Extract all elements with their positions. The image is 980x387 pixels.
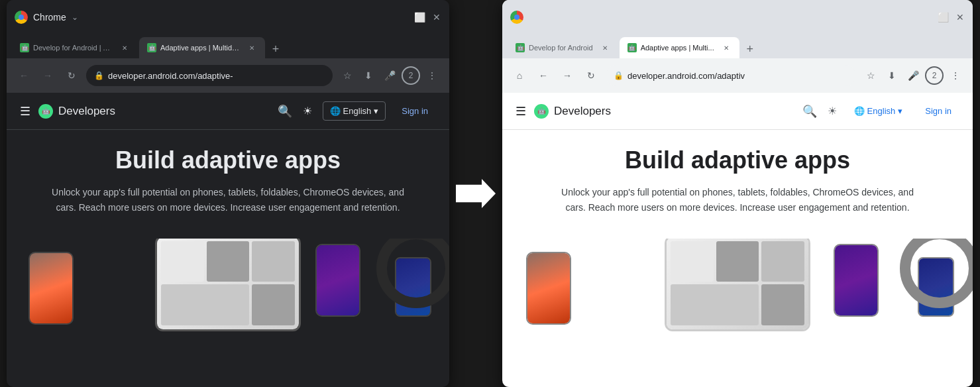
left-title-bar: Chrome ⌄ ⬜ ✕ [7, 0, 449, 34]
language-label: English [343, 106, 372, 116]
right-tab-1[interactable]: 🤖 Develop for Android ✕ [508, 37, 618, 58]
right-url-text: developer.android.com/adaptiv [627, 71, 745, 81]
left-tab-1[interactable]: 🤖 Develop for Android | And... ✕ [12, 37, 138, 58]
right-hero-title: Build adaptive apps [529, 146, 946, 174]
globe-icon: 🌐 [330, 106, 341, 116]
lang-chevron-icon: ▾ [374, 106, 378, 116]
back-button[interactable]: ← [15, 66, 33, 85]
new-tab-button[interactable]: + [266, 40, 285, 58]
tab2-favicon-icon: 🤖 [147, 43, 156, 52]
right-profile-badge[interactable]: 2 [925, 66, 944, 85]
right-back-button[interactable]: ← [534, 66, 553, 85]
right-tab1-favicon-icon: 🤖 [516, 43, 525, 52]
right-url-bar[interactable]: 🔒 developer.android.com/adaptiv [606, 65, 856, 86]
right-title-bar: ⬜ ✕ [502, 0, 973, 34]
right-bookmark-icon[interactable]: ☆ [861, 66, 880, 85]
right-language-selector[interactable]: 🌐 English ▾ [847, 102, 910, 120]
right-more-options-icon[interactable]: ⋮ [946, 66, 965, 85]
left-tab-2[interactable]: 🤖 Adaptive apps | Multidev... ✕ [139, 37, 265, 58]
maximize-button[interactable]: ⬜ [415, 13, 424, 22]
window-controls: ⬜ ✕ [415, 13, 441, 22]
right-maximize-button[interactable]: ⬜ [938, 13, 948, 22]
right-forward-button[interactable]: → [558, 66, 576, 85]
right-tab1-close-button[interactable]: ✕ [600, 42, 610, 53]
refresh-button[interactable]: ↻ [62, 66, 81, 85]
right-download-icon[interactable]: ⬇ [883, 66, 901, 85]
car-wheel [376, 239, 449, 308]
theme-toggle-icon[interactable]: ☀ [300, 102, 315, 120]
tab2-close-button[interactable]: ✕ [246, 42, 257, 53]
hero-title: Build adaptive apps [33, 146, 423, 174]
right-theme-toggle-icon[interactable]: ☀ [825, 102, 840, 120]
right-android-icon: 🤖 [534, 104, 549, 119]
right-tab1-label: Develop for Android [529, 44, 593, 52]
right-tab2-close-button[interactable]: ✕ [721, 42, 732, 53]
right-home-button[interactable]: ⌂ [510, 66, 529, 85]
right-hero-subtitle: Unlock your app's full potential on phon… [552, 185, 923, 215]
right-arrow-icon [456, 179, 496, 208]
close-button[interactable]: ✕ [432, 13, 441, 22]
right-tablet-device [665, 239, 810, 331]
url-bar[interactable]: 🔒 developer.android.com/adaptive- [86, 65, 333, 86]
sign-in-button[interactable]: Sign in [394, 102, 436, 120]
forward-button[interactable]: → [38, 66, 57, 85]
search-icon[interactable]: 🔍 [278, 104, 292, 119]
right-tab-2[interactable]: 🤖 Adaptive apps | Multi... ✕ [620, 37, 739, 58]
right-lang-chevron-icon: ▾ [898, 106, 902, 116]
right-window-controls: ⬜ ✕ [938, 13, 965, 22]
tab1-favicon-icon: 🤖 [20, 43, 29, 52]
right-refresh-button[interactable]: ↻ [582, 66, 600, 85]
left-address-bar: ← → ↻ 🔒 developer.android.com/adaptive- … [7, 58, 449, 93]
left-tabs-bar: 🤖 Develop for Android | And... ✕ 🤖 Adapt… [7, 34, 449, 58]
right-tab2-favicon-icon: 🤖 [627, 43, 637, 52]
mic-icon[interactable]: 🎤 [380, 66, 399, 85]
arrow-container [449, 179, 502, 208]
bookmark-icon[interactable]: ☆ [338, 66, 356, 85]
chrome-logo-icon [15, 11, 28, 24]
language-selector[interactable]: 🌐 English ▾ [323, 101, 386, 121]
right-sign-in-button[interactable]: Sign in [917, 102, 959, 120]
right-mic-icon[interactable]: 🎤 [904, 66, 922, 85]
tablet-device [155, 239, 301, 331]
profile-badge[interactable]: 2 [402, 66, 420, 85]
toolbar-icons: ☆ ⬇ 🎤 2 ⋮ [338, 66, 441, 85]
left-hero-section: Build adaptive apps Unlock your app's fu… [7, 130, 449, 239]
right-car-wheel [900, 239, 973, 308]
right-search-icon[interactable]: 🔍 [802, 104, 817, 119]
right-hamburger-menu-icon[interactable]: ☰ [516, 104, 526, 119]
developers-title: Developers [58, 105, 115, 118]
chevron-down-icon[interactable]: ⌄ [72, 13, 78, 22]
developers-logo: 🤖 Developers [38, 104, 115, 119]
right-tabs-bar: 🤖 Develop for Android ✕ 🤖 Adaptive apps … [502, 34, 973, 58]
security-lock-icon: 🔒 [94, 71, 104, 80]
right-globe-icon: 🌐 [854, 106, 865, 116]
tab1-label: Develop for Android | And... [33, 44, 113, 52]
right-right-phone-1-device [834, 244, 879, 317]
left-phone-device [28, 252, 74, 325]
right-new-tab-button[interactable]: + [741, 40, 759, 58]
right-address-bar: ⌂ ← → ↻ 🔒 developer.android.com/adaptiv … [502, 58, 973, 93]
right-browser-window: ⬜ ✕ 🤖 Develop for Android ✕ 🤖 Adaptive a… [502, 0, 973, 387]
left-browser-window: Chrome ⌄ ⬜ ✕ 🤖 Develop for Android | And… [7, 0, 449, 387]
android-icon: 🤖 [38, 104, 53, 119]
right-phone-1-device [315, 244, 360, 317]
right-device-area [502, 239, 973, 331]
right-language-label: English [867, 106, 896, 116]
right-developers-title: Developers [554, 105, 611, 118]
right-tab2-label: Adaptive apps | Multi... [641, 44, 714, 52]
right-developers-logo: 🤖 Developers [534, 104, 611, 119]
more-options-icon[interactable]: ⋮ [423, 66, 441, 85]
right-close-button[interactable]: ✕ [955, 13, 965, 22]
main-container: Chrome ⌄ ⬜ ✕ 🤖 Develop for Android | And… [0, 0, 980, 387]
hamburger-menu-icon[interactable]: ☰ [20, 104, 30, 119]
right-dev-navbar: ☰ 🤖 Developers 🔍 ☀ 🌐 English ▾ Sign in [502, 93, 973, 130]
tab1-close-button[interactable]: ✕ [119, 42, 130, 53]
right-toolbar-icons: ☆ ⬇ 🎤 2 ⋮ [861, 66, 965, 85]
hero-subtitle: Unlock your app's full potential on phon… [42, 185, 413, 215]
left-device-area [7, 239, 449, 331]
url-text: developer.android.com/adaptive- [108, 71, 233, 81]
app-name-label: Chrome [33, 12, 66, 23]
download-icon[interactable]: ⬇ [359, 66, 378, 85]
right-security-lock-icon: 🔒 [614, 71, 624, 80]
right-chrome-logo-icon [510, 11, 523, 24]
